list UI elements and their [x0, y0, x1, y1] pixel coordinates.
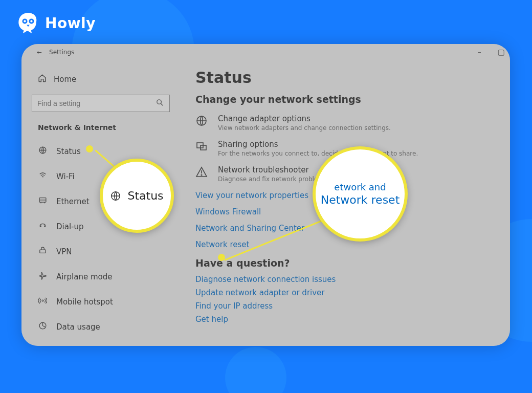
sidebar-item-label: Ethernet — [56, 197, 90, 206]
option-adapter[interactable]: Change adapter options View network adap… — [195, 114, 510, 132]
search-input[interactable] — [37, 99, 156, 107]
callout-dot-status — [86, 145, 93, 152]
option-title: Change adapter options — [218, 114, 391, 123]
globe-icon — [195, 114, 209, 132]
callout-lens-label: Status — [127, 189, 163, 202]
page-title: Status — [195, 69, 510, 86]
settings-window: ← Settings – ▢ Home Network & Internet S… — [21, 44, 510, 346]
search-icon — [156, 98, 164, 109]
sidebar-item-label: Data usage — [56, 322, 100, 332]
sidebar-item-airplane[interactable]: Airplane mode — [32, 267, 170, 286]
callout-dot-reset — [218, 254, 225, 261]
svg-point-18 — [201, 174, 202, 176]
callout-lens-partial: etwork and — [334, 182, 386, 192]
sidebar-item-hotspot[interactable]: Mobile hotspot — [32, 292, 170, 311]
sidebar-item-home[interactable]: Home — [32, 71, 170, 88]
svg-point-2 — [24, 20, 26, 22]
svg-point-9 — [44, 226, 45, 227]
globe-icon — [110, 190, 121, 202]
sidebar-item-label: Status — [56, 147, 81, 156]
data-usage-icon — [38, 321, 47, 332]
sidebar-item-status[interactable]: Status — [32, 142, 170, 161]
svg-point-8 — [40, 226, 41, 227]
question-heading: Have a question? — [195, 257, 510, 269]
sidebar-item-label: Airplane mode — [56, 272, 113, 281]
howly-logo: Howly — [16, 11, 96, 35]
sidebar-home-label: Home — [54, 75, 76, 84]
back-arrow-icon[interactable]: ← — [37, 49, 42, 56]
svg-point-3 — [30, 20, 32, 22]
sidebar-item-datausage[interactable]: Data usage — [32, 317, 170, 336]
minimize-button[interactable]: – — [477, 48, 481, 57]
help-link-update-adapter[interactable]: Update network adapter or driver — [195, 288, 510, 297]
sidebar-item-label: Mobile hotspot — [56, 297, 113, 307]
sidebar-item-label: VPN — [56, 247, 72, 256]
callout-lens-network-reset: etwork and Network reset — [313, 146, 408, 242]
option-desc: View network adapters and change connect… — [218, 124, 391, 132]
link-network-reset[interactable]: Network reset — [195, 240, 510, 249]
option-desc: Diagnose and fix network problems. — [218, 176, 329, 183]
svg-line-5 — [161, 103, 163, 105]
sidebar-item-label: Dial-up — [56, 222, 84, 231]
sharing-icon — [195, 140, 209, 157]
vpn-icon — [38, 246, 47, 257]
svg-point-11 — [42, 300, 43, 301]
home-icon — [38, 74, 47, 84]
svg-point-4 — [157, 99, 162, 104]
troubleshoot-icon — [195, 165, 209, 183]
restore-button[interactable]: ▢ — [498, 48, 505, 57]
sidebar-item-label: Wi-Fi — [56, 172, 75, 181]
sidebar-category: Network & Internet — [32, 122, 170, 133]
howly-brand-text: Howly — [45, 15, 96, 32]
sidebar-item-proxy[interactable]: Proxy — [32, 342, 170, 346]
dialup-icon — [38, 221, 47, 232]
window-title: Settings — [49, 49, 74, 56]
globe-icon — [38, 146, 47, 157]
callout-lens-label: Network reset — [321, 193, 400, 206]
help-link-gethelp[interactable]: Get help — [195, 315, 510, 324]
option-title: Sharing options — [218, 140, 418, 149]
help-link-ip[interactable]: Find your IP address — [195, 301, 510, 311]
sidebar-item-vpn[interactable]: VPN — [32, 242, 170, 261]
callout-lens-status: Status — [100, 159, 174, 233]
wifi-icon — [38, 171, 47, 182]
svg-rect-10 — [39, 250, 45, 253]
help-link-diagnose[interactable]: Diagnose network connection issues — [195, 275, 510, 284]
section-heading: Change your network settings — [195, 94, 510, 105]
hotspot-icon — [38, 296, 47, 307]
owl-icon — [16, 11, 40, 35]
search-input-wrap[interactable] — [32, 95, 170, 112]
airplane-icon — [38, 271, 47, 282]
option-title: Network troubleshooter — [218, 165, 329, 174]
titlebar: ← Settings – ▢ — [21, 44, 510, 60]
bg-decoration — [225, 347, 286, 393]
ethernet-icon — [38, 196, 47, 207]
